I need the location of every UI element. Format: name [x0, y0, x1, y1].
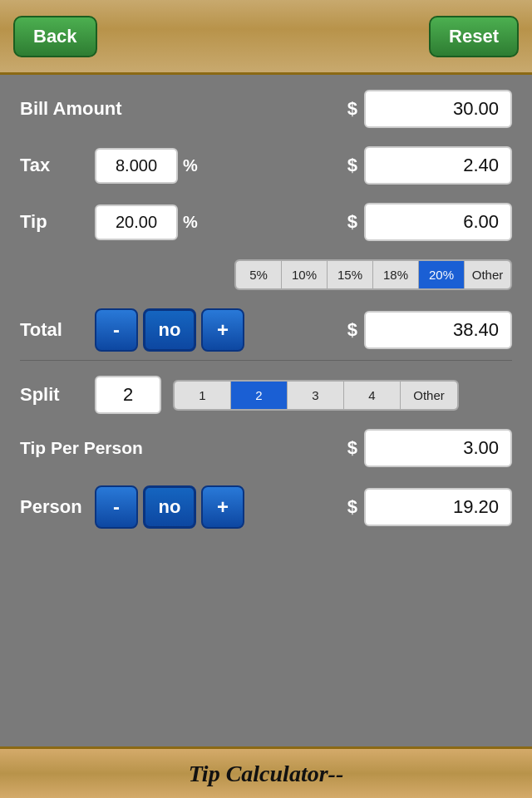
- tax-input[interactable]: [95, 148, 178, 184]
- tip-per-person-value: 3.00: [364, 429, 512, 467]
- person-minus-button[interactable]: -: [95, 485, 138, 529]
- total-row: Total - no + $ 38.40: [20, 308, 512, 352]
- tip-btn-5[interactable]: 5%: [236, 261, 282, 288]
- tax-label: Tax: [20, 155, 95, 176]
- tip-btn-other[interactable]: Other: [465, 261, 510, 288]
- tax-value: 2.40: [364, 146, 512, 185]
- total-label: Total: [20, 319, 95, 341]
- total-minus-button[interactable]: -: [95, 308, 138, 352]
- reset-button[interactable]: Reset: [429, 16, 519, 57]
- tip-btn-20[interactable]: 20%: [419, 261, 465, 288]
- split-btn-2[interactable]: 2: [231, 382, 288, 409]
- tip-btn-18[interactable]: 18%: [373, 261, 419, 288]
- bill-amount-label: Bill Amount: [20, 98, 122, 120]
- total-no-button[interactable]: no: [143, 308, 196, 352]
- bill-dollar-sign: $: [347, 98, 357, 120]
- split-label: Split: [20, 384, 95, 406]
- main-content: Bill Amount $ 30.00 Tax % $ 2.40 Tip % $…: [0, 75, 532, 555]
- tip-label: Tip: [20, 211, 95, 233]
- split-btn-1[interactable]: 1: [175, 382, 231, 409]
- person-right: $ 19.20: [341, 488, 512, 526]
- tip-per-person-right: $ 3.00: [341, 429, 512, 467]
- split-row: Split 1 2 3 4 Other: [20, 376, 512, 414]
- split-buttons: 1 2 3 4 Other: [173, 380, 459, 411]
- tax-right: $ 2.40: [341, 146, 512, 185]
- back-button[interactable]: Back: [13, 16, 97, 57]
- total-value: 38.40: [364, 311, 512, 349]
- person-label: Person: [20, 496, 95, 518]
- split-btn-3[interactable]: 3: [288, 382, 344, 409]
- split-btn-4[interactable]: 4: [344, 382, 401, 409]
- tip-per-person-label: Tip Per Person: [20, 438, 186, 458]
- split-btn-other[interactable]: Other: [401, 382, 457, 409]
- bill-amount-value[interactable]: 30.00: [364, 90, 512, 128]
- tax-pct-label: %: [183, 156, 198, 175]
- split-input[interactable]: [95, 376, 161, 414]
- tip-value: 6.00: [364, 203, 512, 241]
- person-plus-button[interactable]: +: [201, 485, 244, 529]
- total-right: $ 38.40: [341, 311, 512, 349]
- tip-btn-10[interactable]: 10%: [282, 261, 328, 288]
- divider: [20, 360, 512, 361]
- app-title: Tip Calculator--: [189, 761, 343, 787]
- tip-input[interactable]: [95, 204, 178, 240]
- bill-amount-right: $ 30.00: [341, 90, 512, 128]
- tax-row: Tax % $ 2.40: [20, 146, 512, 185]
- person-row: Person - no + $ 19.20: [20, 485, 512, 529]
- total-plus-button[interactable]: +: [201, 308, 244, 352]
- tip-per-person-dollar: $: [347, 437, 357, 459]
- tax-dollar-sign: $: [347, 155, 357, 176]
- tip-percentage-buttons: 5% 10% 15% 18% 20% Other: [234, 259, 512, 290]
- tip-right: $ 6.00: [341, 203, 512, 241]
- tip-per-person-row: Tip Per Person $ 3.00: [20, 429, 512, 467]
- person-dollar-sign: $: [347, 496, 357, 518]
- tip-pct-label: %: [183, 213, 198, 232]
- tip-btn-15[interactable]: 15%: [328, 261, 373, 288]
- tip-dollar-sign: $: [347, 211, 357, 233]
- bottom-bar: Tip Calculator--: [0, 746, 532, 798]
- person-value: 19.20: [364, 488, 512, 526]
- total-dollar-sign: $: [347, 319, 357, 341]
- bill-amount-row: Bill Amount $ 30.00: [20, 90, 512, 128]
- person-no-button[interactable]: no: [143, 485, 196, 529]
- tip-row: Tip % $ 6.00: [20, 203, 512, 241]
- top-bar: Back Reset: [0, 0, 532, 75]
